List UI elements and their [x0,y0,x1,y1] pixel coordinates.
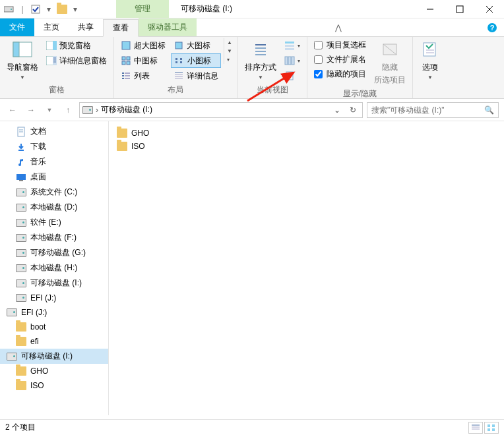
layout-scroll-down-icon[interactable]: ▼ [226,47,234,55]
extra-large-icons-button[interactable]: 超大图标 [118,38,168,53]
group-by-button[interactable]: ▾ [282,38,303,53]
tree-item[interactable]: 本地磁盘 (H:) [0,260,108,276]
tree-item[interactable]: boot [0,320,108,334]
layout-more-icon[interactable]: ▾ [226,55,234,64]
svg-rect-33 [180,61,182,63]
window-title: 可移动磁盘 (I:) [169,3,244,14]
minimize-button[interactable] [415,0,445,18]
tree-item-label: EFI (J:) [30,293,56,303]
tab-share[interactable]: 共享 [69,18,103,36]
address-dropdown-icon[interactable]: ⌄ [331,105,344,115]
up-button[interactable]: ↑ [61,103,75,117]
tree-item[interactable]: 系统文件 (C:) [0,185,108,200]
tree-item[interactable]: 可移动磁盘 (I:) [0,349,108,364]
nav-pane-button[interactable]: 导航窗格 ▼ [4,38,41,82]
help-icon[interactable]: ? [480,18,504,36]
svg-rect-45 [285,57,288,65]
tree-item[interactable]: EFI (J:) [0,291,108,305]
drive-icon [16,278,26,289]
tree-item[interactable]: ISO [0,378,108,393]
context-tab-label: 管理 [135,3,150,14]
svg-rect-28 [125,78,130,79]
svg-rect-19 [122,57,125,60]
drive-icon [16,202,26,213]
tab-drive-tools[interactable]: 驱动器工具 [139,18,197,36]
tree-item[interactable]: 本地磁盘 (D:) [0,200,108,215]
tree-item-label: 音乐 [30,156,46,167]
preview-pane-button[interactable]: 预览窗格 [44,38,110,53]
tree-item[interactable]: 可移动磁盘 (I:) [0,276,108,291]
forward-button[interactable]: → [24,103,38,117]
history-dropdown-icon[interactable]: ▼ [42,103,57,117]
svg-rect-27 [122,78,124,79]
drive-icon [16,233,26,243]
list-button[interactable]: 列表 [118,69,168,83]
nav-tree[interactable]: 文档下载音乐桌面系统文件 (C:)本地磁盘 (D:)软件 (E:)本地磁盘 (F… [0,121,109,415]
group-label-layout: 布局 [118,83,234,97]
large-icons-button[interactable]: 大图标 [171,38,221,53]
small-icons-button[interactable]: 小图标 [171,53,221,68]
file-item[interactable]: GHO [114,127,193,140]
search-input[interactable] [371,105,484,115]
back-button[interactable]: ← [5,103,20,117]
layout-scroll-up-icon[interactable]: ▲ [226,38,234,47]
dropdown-icon: ▼ [20,74,25,80]
tree-item[interactable]: 音乐 [0,154,108,169]
search-icon[interactable]: 🔍 [484,105,494,115]
tree-item[interactable]: efi [0,334,108,349]
options-button[interactable]: 选项 ▼ [417,38,443,82]
fit-columns-button[interactable] [282,69,303,83]
tree-item[interactable]: 软件 (E:) [0,215,108,230]
tree-item[interactable]: GHO [0,364,108,378]
details-button[interactable]: 详细信息 [171,69,221,83]
hide-selected-button[interactable]: 隐藏 所选项目 [371,38,408,87]
tree-item[interactable]: EFI (J:) [0,305,108,320]
sort-by-button[interactable]: 排序方式 ▼ [242,38,279,82]
qat-check-icon[interactable] [30,4,41,14]
svg-rect-2 [32,5,40,13]
nav-bar: ← → ▼ ↑ › 可移动磁盘 (I:) ⌄ ↻ 🔍 [0,99,504,121]
folder-icon [16,336,26,347]
close-button[interactable] [474,0,504,18]
medium-icons-button[interactable]: 中图标 [118,53,168,68]
file-item[interactable]: ISO [114,140,193,153]
svg-rect-4 [457,6,463,13]
tab-file[interactable]: 文件 [0,18,34,36]
address-bar[interactable]: › 可移动磁盘 (I:) ⌄ ↻ [79,102,363,118]
file-extensions-checkbox[interactable]: 文件扩展名 [311,53,369,67]
tab-view[interactable]: 查看 [103,19,139,37]
details-view-toggle[interactable] [468,422,483,434]
hidden-items-checkbox[interactable]: 隐藏的项目 [311,67,369,81]
svg-rect-20 [127,57,130,60]
file-list[interactable]: GHOISO [109,121,504,415]
svg-point-1 [11,9,12,10]
item-checkboxes-checkbox[interactable]: 项目复选框 [311,38,369,52]
details-pane-button[interactable]: 详细信息窗格 [44,53,110,68]
refresh-button[interactable]: ↻ [346,105,360,115]
doc-icon [16,127,26,137]
tree-item[interactable]: 下载 [0,139,108,154]
svg-rect-43 [285,45,294,47]
tree-item[interactable]: 桌面 [0,169,108,185]
tree-item[interactable]: 可移动磁盘 (G:) [0,245,108,260]
add-columns-button[interactable]: ▾ [282,53,303,68]
folder-icon [16,380,26,391]
dropdown-icon: ▼ [427,74,433,80]
qat-folder-icon[interactable] [57,4,67,14]
ribbon-group-show-hide: 项目复选框 文件扩展名 隐藏的项目 隐藏 所选项目 显示/隐藏 [307,37,413,98]
body-split: 文档下载音乐桌面系统文件 (C:)本地磁盘 (D:)软件 (E:)本地磁盘 (F… [0,121,504,415]
qat-dropdown2-icon[interactable]: ▾ [70,4,80,14]
tab-home[interactable]: 主页 [34,18,69,36]
search-box[interactable]: 🔍 [367,102,499,118]
music-icon [16,157,26,167]
icons-view-toggle[interactable] [484,422,499,434]
qat-dropdown-icon[interactable]: ▾ [44,4,54,14]
chevron-right-icon[interactable]: › [96,105,98,115]
maximize-button[interactable] [445,0,474,18]
svg-rect-29 [175,42,182,49]
ribbon-collapse-icon[interactable]: ⋀ [329,18,348,36]
svg-rect-10 [13,42,19,57]
tree-item[interactable]: 文档 [0,124,108,139]
svg-rect-12 [53,41,57,50]
tree-item[interactable]: 本地磁盘 (F:) [0,230,108,245]
